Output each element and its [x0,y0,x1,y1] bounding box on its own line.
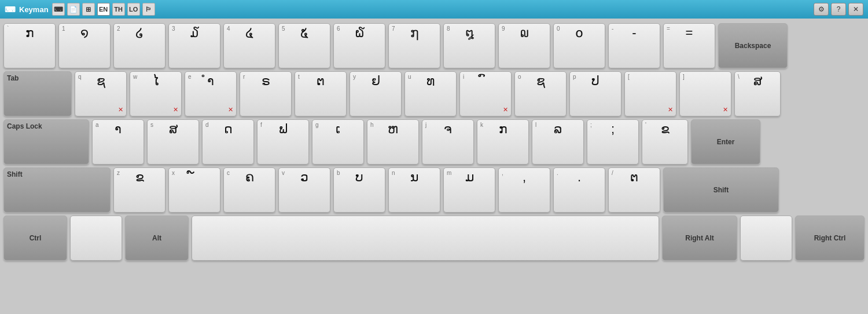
icon-keyboard[interactable]: ⌨ [52,3,65,16]
title-left: ⌨ Keyman ⌨ 📄 ⊞ EN TH LO 🏳 [5,3,155,16]
key-8[interactable]: 8 ໘ [443,23,495,68]
shift-right-key[interactable]: Shift [663,167,779,213]
keyboard-icon: ⌨ [5,5,16,14]
key-t[interactable]: t ຕ [295,71,347,116]
key-w[interactable]: w ໄ ✕ [130,71,182,116]
key-e[interactable]: e ຳ ✕ [185,71,237,116]
key-u[interactable]: u ທ [404,71,457,116]
key-y[interactable]: y ຢ [350,71,402,116]
key-d[interactable]: d ດ [202,119,254,165]
key-f[interactable]: f ຟ [257,119,309,165]
key-o[interactable]: o ຊ [514,71,567,116]
key-3[interactable]: 3 ໓ [168,23,220,68]
key-n[interactable]: n ນ [388,167,440,213]
key-9[interactable]: 9 ໙ [498,23,550,68]
key-0[interactable]: 0 ໐ [553,23,605,68]
gap-left [70,216,122,261]
key-quote[interactable]: ' ຂ [642,119,688,165]
enter-key[interactable]: Enter [691,119,760,165]
window-controls: ⚙ ? ✕ [814,3,863,16]
icon-doc[interactable]: 📄 [67,3,80,16]
capslock-key[interactable]: Caps Lock [3,119,89,165]
key-g[interactable]: g ເ [312,119,364,165]
title-bar: ⌨ Keyman ⌨ 📄 ⊞ EN TH LO 🏳 ⚙ ? ✕ [0,0,868,19]
shift-left-key[interactable]: Shift [3,167,111,213]
key-b[interactable]: b ບ [333,167,385,213]
key-a[interactable]: a າ [92,119,144,165]
help-button[interactable]: ? [831,3,846,16]
key-v[interactable]: v ວ [278,167,330,213]
title-icons: ⌨ 📄 ⊞ EN TH LO 🏳 [52,3,155,16]
key-i[interactable]: i ົ ✕ [459,71,512,116]
key-x[interactable]: x ໌ [168,167,220,213]
gap-right [740,216,792,261]
key-p[interactable]: p ປ [569,71,621,116]
key-minus[interactable]: - - [608,23,660,68]
lang-th[interactable]: TH [112,3,125,16]
alt-key[interactable]: Alt [125,216,189,261]
row-asdf: Caps Lock a າ s ສ d ດ f ຟ g ເ h ຫ j ຈ [3,119,865,165]
key-q[interactable]: q ຊ ✕ [75,71,127,116]
key-c[interactable]: c ຄ [223,167,275,213]
key-s[interactable]: s ສ [147,119,199,165]
app-name: Keyman [19,5,49,14]
key-r[interactable]: r ຣ [240,71,292,116]
row-bottom: Ctrl Alt Right Alt Right Ctrl [3,216,865,261]
key-semicolon[interactable]: ; ; [587,119,639,165]
right-ctrl-key[interactable]: Right Ctrl [795,216,865,261]
key-2[interactable]: 2 ໒ [113,23,165,68]
key-z[interactable]: z ຂ [113,167,165,213]
backspace-key[interactable]: Backspace [718,23,788,68]
key-equals[interactable]: = = [663,23,715,68]
ctrl-key[interactable]: Ctrl [3,216,67,261]
key-7[interactable]: 7 ໗ [388,23,440,68]
close-button[interactable]: ✕ [848,3,863,16]
key-h[interactable]: h ຫ [367,119,419,165]
key-4[interactable]: 4 ໔ [223,23,275,68]
row-number: ` ກ 1 ໑ 2 ໒ 3 ໓ 4 ໔ 5 ໕ 6 ໖ 7 ໗ [3,23,865,68]
key-rbracket[interactable]: ] ✕ [679,71,731,116]
tab-key[interactable]: Tab [3,71,72,116]
key-m[interactable]: m ມ [443,167,495,213]
keyboard-area: ` ກ 1 ໑ 2 ໒ 3 ໓ 4 ໔ 5 ໕ 6 ໖ 7 ໗ [0,19,868,314]
key-1[interactable]: 1 ໑ [58,23,111,68]
right-alt-key[interactable]: Right Alt [662,216,737,261]
key-slash[interactable]: / ຕ [608,167,660,213]
space-key[interactable] [192,216,659,261]
key-backslash[interactable]: \ ສ [734,71,781,116]
key-period[interactable]: . . [553,167,605,213]
key-j[interactable]: j ຈ [422,119,474,165]
icon-flag[interactable]: 🏳 [142,3,155,16]
key-6[interactable]: 6 ໖ [333,23,385,68]
key-5[interactable]: 5 ໕ [278,23,330,68]
key-k[interactable]: k ກ [477,119,529,165]
key-comma[interactable]: , , [498,167,550,213]
lang-lo[interactable]: LO [127,3,140,16]
icon-grid[interactable]: ⊞ [82,3,95,16]
row-qwerty: Tab q ຊ ✕ w ໄ ✕ e ຳ ✕ r ຣ t ຕ y ຢ [3,71,865,116]
key-backtick[interactable]: ` ກ [3,23,56,68]
key-lbracket[interactable]: [ ✕ [624,71,676,116]
key-l[interactable]: l ລ [532,119,584,165]
lang-en[interactable]: EN [97,3,110,16]
row-zxcv: Shift z ຂ x ໌ c ຄ v ວ b ບ n ນ m ມ [3,167,865,213]
settings-button[interactable]: ⚙ [814,3,829,16]
